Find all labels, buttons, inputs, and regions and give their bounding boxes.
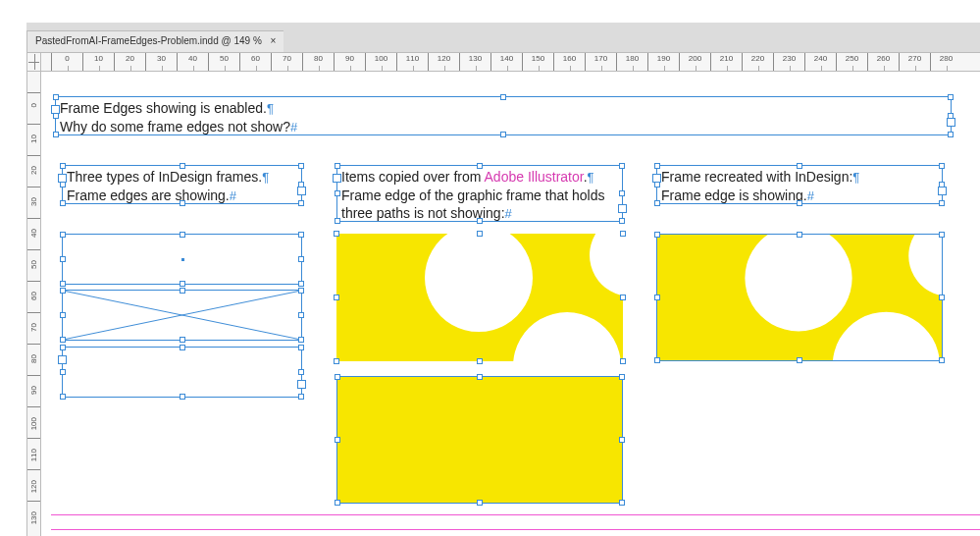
ruler-origin-icon[interactable] bbox=[26, 52, 41, 72]
resize-handle[interactable] bbox=[654, 232, 660, 238]
resize-handle[interactable] bbox=[654, 357, 660, 363]
resize-handle[interactable] bbox=[797, 163, 802, 169]
resize-handle[interactable] bbox=[619, 437, 625, 443]
unassigned-frame[interactable] bbox=[62, 234, 302, 285]
resize-handle[interactable] bbox=[335, 218, 340, 224]
resize-handle[interactable] bbox=[334, 231, 339, 237]
resize-handle[interactable] bbox=[60, 345, 66, 350]
text-in-port-icon[interactable] bbox=[51, 105, 60, 114]
resize-handle[interactable] bbox=[477, 374, 483, 380]
resize-handle[interactable] bbox=[180, 281, 185, 287]
resize-handle[interactable] bbox=[939, 200, 945, 206]
resize-handle[interactable] bbox=[948, 132, 954, 137]
resize-handle[interactable] bbox=[298, 200, 304, 206]
text-in-port-icon[interactable] bbox=[652, 174, 661, 183]
col1-text-frame[interactable]: Three types of InDesign frames.¶ Frame e… bbox=[62, 165, 302, 204]
resize-handle[interactable] bbox=[298, 394, 304, 400]
resize-handle[interactable] bbox=[939, 295, 945, 300]
resize-handle[interactable] bbox=[60, 163, 66, 169]
text-in-port-icon[interactable] bbox=[58, 355, 67, 364]
resize-handle[interactable] bbox=[335, 500, 340, 506]
ai-yellow-shape[interactable] bbox=[336, 234, 623, 361]
resize-handle[interactable] bbox=[477, 358, 483, 364]
resize-handle[interactable] bbox=[939, 163, 945, 169]
resize-handle[interactable] bbox=[298, 256, 304, 262]
resize-handle[interactable] bbox=[60, 288, 66, 294]
resize-handle[interactable] bbox=[619, 500, 625, 506]
resize-handle[interactable] bbox=[180, 394, 185, 400]
resize-handle[interactable] bbox=[180, 163, 185, 169]
resize-handle[interactable] bbox=[53, 94, 59, 100]
resize-handle[interactable] bbox=[477, 163, 483, 169]
resize-handle[interactable] bbox=[654, 295, 660, 300]
resize-handle[interactable] bbox=[939, 357, 945, 363]
empty-text-frame[interactable] bbox=[62, 347, 302, 398]
resize-handle[interactable] bbox=[298, 369, 304, 375]
resize-handle[interactable] bbox=[60, 394, 66, 400]
resize-handle[interactable] bbox=[335, 437, 340, 443]
resize-handle[interactable] bbox=[619, 218, 625, 224]
resize-handle[interactable] bbox=[60, 369, 66, 375]
horizontal-ruler[interactable]: 0102030405060708090100110120130140150160… bbox=[41, 52, 980, 72]
resize-handle[interactable] bbox=[298, 288, 304, 294]
resize-handle[interactable] bbox=[334, 295, 339, 300]
resize-handle[interactable] bbox=[60, 312, 66, 318]
resize-handle[interactable] bbox=[180, 232, 185, 238]
resize-handle[interactable] bbox=[619, 374, 625, 380]
text-out-port-icon[interactable] bbox=[297, 380, 306, 389]
resize-handle[interactable] bbox=[654, 163, 660, 169]
resize-handle[interactable] bbox=[298, 337, 304, 343]
resize-handle[interactable] bbox=[180, 288, 185, 294]
text-out-port-icon[interactable] bbox=[947, 118, 955, 127]
resize-handle[interactable] bbox=[298, 232, 304, 238]
horizontal-guide[interactable] bbox=[51, 514, 980, 515]
resize-handle[interactable] bbox=[53, 132, 59, 137]
horizontal-guide[interactable] bbox=[51, 529, 980, 530]
resize-handle[interactable] bbox=[180, 345, 185, 350]
graphic-frame[interactable] bbox=[62, 290, 302, 341]
vertical-ruler[interactable]: 0102030405060708090100110120130 bbox=[26, 72, 41, 536]
col2-text-frame[interactable]: Items copied over from Adobe Illustrator… bbox=[336, 165, 623, 222]
resize-handle[interactable] bbox=[797, 357, 802, 363]
id-yellow-shape[interactable] bbox=[656, 234, 943, 361]
col3-text-frame[interactable]: Frame recreated with InDesign:¶ Frame ed… bbox=[656, 165, 943, 204]
ai-yellow-rect[interactable] bbox=[336, 376, 623, 504]
resize-handle[interactable] bbox=[335, 163, 340, 169]
close-icon[interactable]: × bbox=[271, 35, 277, 46]
text-out-port-icon[interactable] bbox=[938, 187, 947, 195]
text-out-port-icon[interactable] bbox=[618, 204, 627, 213]
resize-handle[interactable] bbox=[60, 256, 66, 262]
document-canvas[interactable]: Frame Edges showing is enabled.¶ Why do … bbox=[41, 72, 980, 536]
resize-handle[interactable] bbox=[948, 94, 954, 100]
resize-handle[interactable] bbox=[335, 374, 340, 380]
resize-handle[interactable] bbox=[298, 345, 304, 350]
resize-handle[interactable] bbox=[620, 295, 626, 300]
resize-handle[interactable] bbox=[60, 337, 66, 343]
resize-handle[interactable] bbox=[500, 94, 506, 100]
resize-handle[interactable] bbox=[797, 232, 802, 238]
resize-handle[interactable] bbox=[619, 190, 625, 196]
resize-handle[interactable] bbox=[298, 312, 304, 318]
resize-handle[interactable] bbox=[500, 132, 506, 137]
resize-handle[interactable] bbox=[654, 200, 660, 206]
resize-handle[interactable] bbox=[180, 337, 185, 343]
resize-handle[interactable] bbox=[477, 231, 483, 237]
resize-handle[interactable] bbox=[797, 200, 802, 206]
resize-handle[interactable] bbox=[335, 190, 340, 196]
resize-handle[interactable] bbox=[477, 218, 483, 224]
text-in-port-icon[interactable] bbox=[333, 174, 341, 183]
resize-handle[interactable] bbox=[60, 232, 66, 238]
text-out-port-icon[interactable] bbox=[297, 187, 306, 195]
document-tab[interactable]: PastedFromAI-FrameEdges-Problem.indd @ 1… bbox=[26, 30, 284, 52]
text-in-port-icon[interactable] bbox=[58, 174, 67, 183]
resize-handle[interactable] bbox=[620, 358, 626, 364]
resize-handle[interactable] bbox=[334, 358, 339, 364]
resize-handle[interactable] bbox=[477, 500, 483, 506]
resize-handle[interactable] bbox=[619, 163, 625, 169]
resize-handle[interactable] bbox=[60, 200, 66, 206]
resize-handle[interactable] bbox=[180, 200, 185, 206]
resize-handle[interactable] bbox=[298, 281, 304, 287]
resize-handle[interactable] bbox=[298, 163, 304, 169]
resize-handle[interactable] bbox=[60, 281, 66, 287]
resize-handle[interactable] bbox=[620, 231, 626, 237]
